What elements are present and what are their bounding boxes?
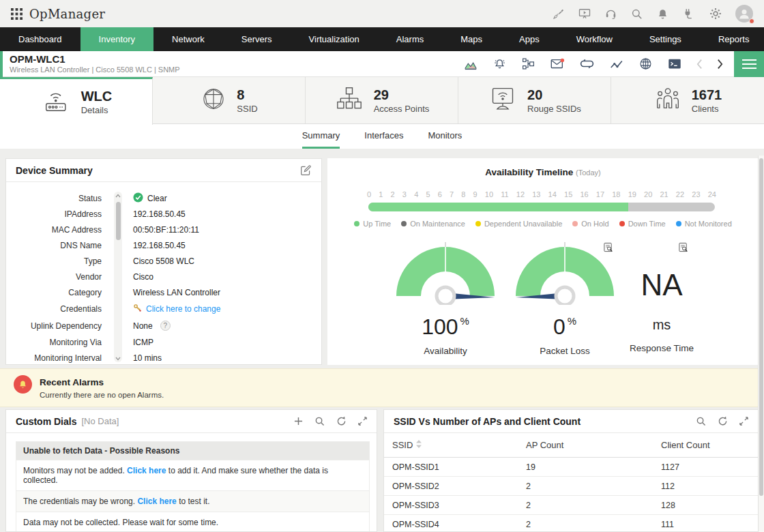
click-here-test-link[interactable]: Click here bbox=[137, 497, 176, 506]
headset-icon[interactable] bbox=[604, 8, 617, 20]
user-avatar[interactable] bbox=[735, 5, 753, 23]
card-label: SSID bbox=[237, 104, 257, 114]
apps-grid-icon[interactable] bbox=[11, 8, 23, 20]
legend-dot-uptime bbox=[354, 221, 359, 226]
nav-reports[interactable]: Reports bbox=[700, 27, 764, 51]
availability-label: Availability bbox=[391, 346, 500, 356]
nav-workflow[interactable]: Workflow bbox=[558, 27, 631, 51]
loop-icon[interactable] bbox=[579, 57, 595, 70]
performance-chart-icon[interactable] bbox=[463, 57, 478, 72]
page-scrollbar-thumb[interactable] bbox=[759, 158, 763, 496]
globe-icon[interactable] bbox=[638, 57, 653, 71]
card-title: WLC bbox=[81, 89, 113, 104]
field-value: 00:50:BF:11:20:11 bbox=[133, 225, 199, 235]
add-dial-icon[interactable] bbox=[294, 417, 303, 426]
card-value: 1671 bbox=[692, 87, 722, 102]
plug-icon[interactable] bbox=[682, 7, 696, 20]
card-subtitle: Details bbox=[81, 105, 113, 115]
uplink-help-icon[interactable]: ? bbox=[160, 321, 171, 331]
device-name: OPM-WLC1 bbox=[10, 53, 180, 65]
device-summary-panel: Device Summary Status Clear IPAddress192… bbox=[5, 158, 322, 365]
bell-icon[interactable] bbox=[656, 8, 669, 20]
fields-scrollbar[interactable] bbox=[114, 192, 122, 362]
nav-dashboard[interactable]: Dashboard bbox=[0, 27, 80, 51]
packet-loss-report-icon[interactable] bbox=[603, 242, 613, 255]
rocket-icon[interactable] bbox=[552, 8, 565, 20]
custom-dials-badge: [No Data] bbox=[81, 416, 119, 426]
card-ssid[interactable]: 8 SSID bbox=[153, 77, 306, 123]
device-menu-button[interactable] bbox=[734, 51, 764, 77]
field-value: 192.168.50.45 bbox=[133, 241, 186, 250]
card-rouge-ssids[interactable]: 20 Rouge SSIDs bbox=[458, 77, 611, 123]
alarm-bell-icon[interactable] bbox=[493, 57, 507, 71]
availability-unit: % bbox=[460, 315, 469, 327]
card-access-points[interactable]: 29 Access Points bbox=[306, 77, 458, 123]
card-label: Access Points bbox=[374, 104, 430, 114]
search-widget-icon[interactable] bbox=[314, 416, 325, 426]
chevron-right-icon[interactable] bbox=[717, 59, 723, 70]
packet-loss-label: Packet Loss bbox=[510, 346, 619, 356]
legend-label: Down Time bbox=[628, 220, 666, 228]
credentials-change-link[interactable]: Click here to change bbox=[146, 304, 220, 314]
refresh-widget-icon[interactable] bbox=[336, 416, 347, 426]
page-scrollbar[interactable] bbox=[758, 156, 764, 532]
nav-apps[interactable]: Apps bbox=[501, 27, 558, 51]
tab-summary[interactable]: Summary bbox=[302, 124, 340, 149]
device-summary-fields: Status Clear IPAddress192.168.50.45 MAC … bbox=[6, 182, 321, 365]
tab-monitors[interactable]: Monitors bbox=[428, 124, 462, 149]
legend-label: Up Time bbox=[363, 220, 391, 228]
availability-panel: Availability Timeline (Today) 0123456789… bbox=[327, 158, 759, 365]
column-ap-count[interactable]: AP Count bbox=[526, 440, 661, 450]
timeline-fill bbox=[368, 203, 628, 211]
topology-icon[interactable] bbox=[521, 57, 535, 71]
timeline-hours: 0123456789101112131415161718192021222324 bbox=[367, 190, 716, 198]
collapse-widget-icon[interactable] bbox=[358, 417, 367, 426]
chevron-left-icon[interactable] bbox=[696, 59, 703, 70]
table-row: OPM-SSID1191127 bbox=[384, 458, 758, 477]
ssid-table-panel: SSID Vs Number of APs and Client Count S… bbox=[383, 409, 759, 532]
field-label: Category bbox=[6, 288, 102, 297]
line-chart-icon[interactable] bbox=[609, 57, 624, 72]
field-label: MAC Address bbox=[6, 225, 102, 235]
gear-icon[interactable] bbox=[709, 7, 722, 20]
column-client-count[interactable]: Client Count bbox=[661, 440, 750, 450]
card-value: 8 bbox=[237, 87, 257, 102]
search-icon[interactable] bbox=[630, 8, 643, 20]
device-subtitle: Wireless LAN Controller | Cisco 5508 WLC… bbox=[10, 65, 180, 74]
field-label: DNS Name bbox=[6, 241, 102, 250]
card-clients[interactable]: 1671 Clients bbox=[611, 77, 764, 123]
search-widget-icon[interactable] bbox=[696, 416, 706, 426]
field-value: 10 mins bbox=[133, 353, 162, 363]
key-icon bbox=[133, 304, 142, 314]
field-value: Cisco 5508 WLC bbox=[133, 256, 194, 266]
presentation-icon[interactable] bbox=[578, 7, 591, 20]
sphere-icon bbox=[200, 85, 227, 115]
card-label: Clients bbox=[692, 104, 722, 114]
mail-icon[interactable] bbox=[550, 57, 565, 72]
status-clear-icon bbox=[133, 192, 143, 205]
card-wlc-details[interactable]: WLC Details bbox=[0, 77, 153, 125]
response-time-report-icon[interactable] bbox=[678, 242, 688, 255]
nav-alarms[interactable]: Alarms bbox=[378, 27, 442, 51]
device-accent-bar bbox=[0, 51, 3, 77]
edit-icon[interactable] bbox=[300, 164, 312, 176]
nav-inventory[interactable]: Inventory bbox=[80, 27, 153, 51]
nav-virtualization[interactable]: Virtualization bbox=[291, 27, 378, 51]
table-row: OPM-SSID42111 bbox=[384, 515, 758, 532]
main-nav: Dashboard Inventory Network Servers Virt… bbox=[0, 27, 764, 51]
collapse-widget-icon[interactable] bbox=[739, 417, 748, 426]
column-ssid[interactable]: SSID bbox=[392, 440, 526, 450]
reason-row: Monitors may not be added. Click here to… bbox=[16, 460, 369, 490]
nav-servers[interactable]: Servers bbox=[223, 27, 291, 51]
field-value: 192.168.50.45 bbox=[133, 209, 186, 219]
terminal-icon[interactable] bbox=[667, 57, 682, 72]
tab-interfaces[interactable]: Interfaces bbox=[364, 124, 403, 149]
click-here-add-link[interactable]: Click here bbox=[127, 466, 166, 475]
refresh-widget-icon[interactable] bbox=[718, 416, 728, 426]
nav-settings[interactable]: Settings bbox=[631, 27, 700, 51]
nav-network[interactable]: Network bbox=[153, 27, 223, 51]
fields-scrollbar-thumb[interactable] bbox=[116, 202, 121, 240]
nav-maps[interactable]: Maps bbox=[442, 27, 501, 51]
top-bar: OpManager bbox=[0, 0, 764, 27]
legend-label: On Maintenance bbox=[410, 220, 465, 228]
